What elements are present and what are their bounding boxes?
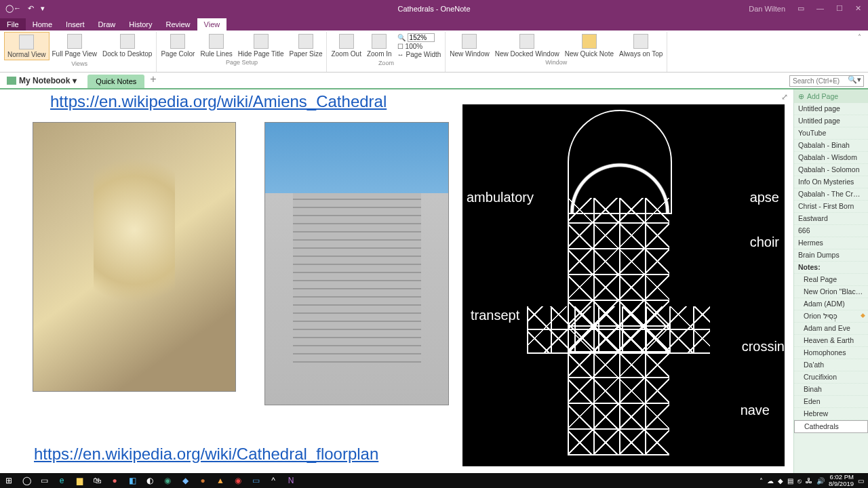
tab-home[interactable]: Home	[26, 18, 59, 30]
rule-lines-button[interactable]: Rule Lines	[197, 32, 235, 59]
tab-history[interactable]: History	[122, 18, 159, 30]
search-icon[interactable]: 🔍▾	[848, 75, 861, 84]
minimize-button[interactable]: —	[816, 4, 824, 13]
page-item[interactable]: Qabalah - The Crown	[794, 188, 868, 201]
page-item[interactable]: Homophones	[794, 347, 868, 359]
taskbar-onenote[interactable]: N	[282, 473, 300, 488]
tray-volume-icon[interactable]: 🔊	[816, 477, 825, 485]
taskbar-app5[interactable]: ●	[194, 473, 212, 488]
page-item[interactable]: Orion כְּסִיל	[794, 310, 868, 323]
close-button[interactable]: ✕	[855, 4, 861, 13]
add-page-button[interactable]: Add Page	[794, 89, 868, 103]
window-title: Cathedrals - OneNote	[398, 5, 471, 13]
taskbar-edge[interactable]: e	[53, 473, 71, 488]
tray-overflow[interactable]: ˄	[760, 477, 763, 485]
taskbar: ⊞ ◯ ▭ e ▆ 🛍 ● ◧ ◐ ◉ ◆ ● ▲ ◉ ▭ ^ N ˄ ☁ ◆ …	[0, 473, 868, 488]
undo-button[interactable]: ↶	[28, 4, 34, 13]
taskbar-explorer[interactable]: ▆	[71, 473, 88, 488]
page-item[interactable]: Heaven & Earth	[794, 335, 868, 347]
page-item[interactable]: Notes:	[794, 262, 868, 274]
page-item[interactable]: Binah	[794, 384, 868, 396]
image-altar[interactable]	[33, 122, 236, 392]
taskbar-app3[interactable]: ◐	[141, 473, 159, 488]
page-item[interactable]: Adam (ADM)	[794, 298, 868, 310]
zoom-pct-input[interactable]	[408, 33, 435, 42]
normal-view-button[interactable]: Normal View	[4, 32, 50, 60]
cortana-button[interactable]: ◯	[18, 473, 35, 488]
taskbar-app6[interactable]: ▲	[212, 473, 229, 488]
taskbar-app9[interactable]: ^	[264, 473, 282, 488]
page-width-button[interactable]: ↔	[397, 51, 404, 58]
page-item[interactable]: Untitled page	[794, 103, 868, 115]
page-item[interactable]: Hermes	[794, 237, 868, 249]
collapse-ribbon-button[interactable]: ˄	[854, 32, 865, 72]
page-canvas[interactable]: ⤢ https://en.wikipedia.org/wiki/Amiens_C…	[0, 89, 793, 473]
new-quick-note-button[interactable]: New Quick Note	[562, 32, 616, 59]
task-view-button[interactable]: ▭	[35, 473, 53, 488]
zoom-out-button[interactable]: Zoom Out	[328, 32, 363, 60]
always-on-top-button[interactable]: Always on Top	[616, 32, 665, 59]
page-item[interactable]: Qabalah - Solomon	[794, 164, 868, 176]
tray-clock[interactable]: 6:02 PM 8/9/2019	[829, 474, 854, 487]
tray-onedrive-icon[interactable]: ☁	[767, 477, 774, 485]
menu-strip: File Home Insert Draw History Review Vie…	[0, 17, 868, 30]
page-item[interactable]: Eastward	[794, 213, 868, 225]
page-item[interactable]: YouTube	[794, 127, 868, 140]
page-item[interactable]: Brain Dumps	[794, 249, 868, 262]
tab-file[interactable]: File	[0, 18, 26, 30]
page-item[interactable]: Info On Mysteries	[794, 176, 868, 188]
tab-draw[interactable]: Draw	[92, 18, 123, 30]
new-docked-window-button[interactable]: New Docked Window	[492, 32, 562, 59]
start-button[interactable]: ⊞	[0, 473, 18, 488]
hide-page-title-button[interactable]: Hide Page Title	[235, 32, 287, 59]
notebook-dropdown[interactable]: My Notebook ▾	[0, 73, 83, 88]
page-item[interactable]: Qabalah - Wisdom	[794, 152, 868, 164]
tray-icon3[interactable]: ▤	[787, 477, 793, 485]
image-facade[interactable]	[264, 122, 449, 405]
link-floorplan[interactable]: https://en.wikipedia.org/wiki/Cathedral_…	[34, 445, 378, 464]
tab-review[interactable]: Review	[159, 18, 197, 30]
maximize-button[interactable]: ☐	[836, 4, 843, 13]
tab-insert[interactable]: Insert	[59, 18, 92, 30]
add-section-button[interactable]: +	[144, 70, 161, 88]
account-icon[interactable]: ▭	[797, 4, 804, 13]
expand-icon[interactable]: ⤢	[781, 92, 788, 102]
page-item[interactable]: Untitled page	[794, 115, 868, 127]
tab-view[interactable]: View	[197, 18, 227, 30]
page-item[interactable]: Qabalah - Binah	[794, 140, 868, 152]
tray-notifications-icon[interactable]: ▭	[858, 477, 864, 485]
tray-icon2[interactable]: ◆	[778, 477, 783, 485]
section-tab[interactable]: Quick Notes	[87, 75, 144, 88]
page-item[interactable]: Hebrew	[794, 408, 868, 420]
taskbar-chrome[interactable]: ◉	[159, 473, 176, 488]
page-item[interactable]: Crucifixion	[794, 371, 868, 384]
page-item[interactable]: Real Page	[794, 274, 868, 286]
page-item[interactable]: Da'ath	[794, 359, 868, 371]
qat-customize[interactable]: ▾	[41, 4, 45, 13]
page-item[interactable]: Cathedrals	[794, 420, 868, 433]
taskbar-app1[interactable]: ●	[106, 473, 123, 488]
zoom-in-button[interactable]: Zoom In	[364, 32, 395, 60]
new-window-button[interactable]: New Window	[447, 32, 492, 59]
zoom-100-button[interactable]: ☐	[397, 43, 403, 50]
link-amiens[interactable]: https://en.wikipedia.org/wiki/Amiens_Cat…	[50, 92, 387, 111]
paper-size-button[interactable]: Paper Size	[287, 32, 326, 59]
tray-icon4[interactable]: ⎋	[797, 477, 802, 485]
page-item[interactable]: Eden	[794, 396, 868, 408]
page-item[interactable]: Christ - First Born	[794, 201, 868, 213]
dock-to-desktop-button[interactable]: Dock to Desktop	[100, 32, 155, 60]
taskbar-app8[interactable]: ▭	[247, 473, 264, 488]
tray-network-icon[interactable]: 🖧	[806, 477, 812, 485]
page-color-button[interactable]: Page Color	[158, 32, 197, 59]
taskbar-app2[interactable]: ◧	[123, 473, 141, 488]
taskbar-store[interactable]: 🛍	[88, 473, 106, 488]
back-button[interactable]: ◯←	[5, 4, 21, 13]
taskbar-app4[interactable]: ◆	[176, 473, 194, 488]
full-page-view-button[interactable]: Full Page View	[50, 32, 100, 60]
taskbar-app7[interactable]: ◉	[229, 473, 247, 488]
page-item[interactable]: 666	[794, 225, 868, 237]
user-name[interactable]: Dan Wilten	[749, 5, 785, 13]
page-item[interactable]: New Orion "Black Hole" I	[794, 286, 868, 298]
page-item[interactable]: Adam and Eve	[794, 323, 868, 335]
image-floorplan[interactable]: ambulatory apse choir transept crossin n…	[462, 104, 785, 466]
